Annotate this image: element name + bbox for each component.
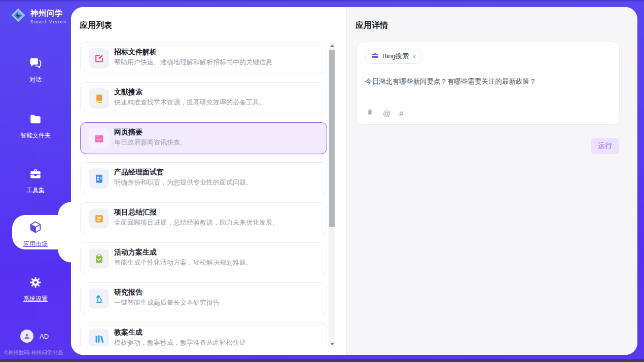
app-card[interactable]: 文献搜索 快速精准查找学术资源，提高研究效率的必备工具。 — [80, 82, 327, 114]
app-card-title: 教案生成 — [114, 328, 142, 337]
sidebar-item-label: 应用市场 — [0, 240, 71, 248]
sidebar-item-app-market[interactable]: 应用市场 — [0, 220, 71, 248]
cube-icon — [28, 227, 43, 236]
app-list-pane: 应用列表 招标文件解析 帮助用户快速、准确地理解和解析招标书中的关键信息 文献搜… — [71, 7, 346, 355]
scrollbar-thumb[interactable] — [329, 50, 335, 227]
app-card-title: 网页摘要 — [114, 128, 142, 137]
run-button[interactable]: 运行 — [591, 138, 619, 154]
sidebar-item-chat[interactable]: 对话 — [0, 57, 71, 84]
note-icon — [89, 208, 109, 229]
svg-text:</>: </> — [96, 138, 102, 141]
app-card[interactable]: 活动方案生成 智能生成个性化活动方案，轻松解决规划难题。 — [80, 242, 327, 274]
sidebar-item-tools[interactable]: 工具集 — [0, 167, 71, 195]
toolbox-icon — [29, 173, 42, 182]
app-card-desc: 一键智能生成高质量长文本研究报告 — [114, 298, 220, 307]
app-card-desc: 帮助用户快速、准确地理解和解析招标书中的关键信息 — [114, 58, 272, 67]
mention-icon[interactable]: @ — [383, 109, 390, 118]
sidebar: 神州问学 Smart Vision 对话 智能文件夹 工具 — [0, 0, 71, 362]
folder-icon — [29, 119, 42, 127]
app-card[interactable]: 研究报告 一键智能生成高质量长文本研究报告 — [80, 282, 327, 314]
app-card-title: 招标文件解析 — [114, 48, 157, 57]
book-icon — [89, 88, 109, 108]
copyright-text: ©神州数码·神州问学出品 — [4, 349, 63, 356]
app-list-title: 应用列表 — [80, 20, 112, 31]
web-code-icon: </> — [89, 128, 109, 149]
user-initials: AD — [40, 333, 49, 340]
app-card-desc: 每日政府新闻资讯快查。 — [114, 138, 187, 147]
briefcase-icon — [371, 52, 379, 61]
app-card[interactable]: 产品经理面试官 明确身份和职责，为您提供专业性的面试问题。 — [80, 162, 327, 194]
window-bottom-edge — [0, 359, 644, 362]
tool-tag-label: Bing搜索 — [382, 52, 409, 61]
app-card-desc: 模板驱动，教案秒成，教学准备从此轻松快捷 — [114, 338, 246, 346]
app-card[interactable]: 教案生成 模板驱动，教案秒成，教学准备从此轻松快捷 — [80, 322, 327, 346]
clipboard-check-icon — [89, 248, 109, 269]
microscope-icon — [89, 288, 109, 309]
gem-logo-icon — [10, 7, 26, 25]
list-scrollbar[interactable] — [329, 42, 335, 347]
close-icon[interactable]: × — [412, 53, 416, 60]
window-top-edge — [0, 0, 644, 2]
active-nav-notch-bottom — [58, 249, 71, 263]
app-card-desc: 智能生成个性化活动方案，轻松解决规划难题。 — [114, 258, 253, 267]
input-toolbar: @ # — [366, 108, 404, 119]
app-card-title: 项目总结汇报 — [114, 208, 157, 217]
tool-tag-bing-search[interactable]: Bing搜索 × — [365, 49, 422, 64]
edit-square-icon — [89, 48, 109, 68]
prompt-card: Bing搜索 × 今日湖北有哪些新闻要点？有哪些需要关注的最新政策？ @ # — [356, 42, 620, 125]
app-card[interactable]: 招标文件解析 帮助用户快速、准确地理解和解析招标书中的关键信息 — [80, 42, 327, 74]
user-avatar-icon — [20, 330, 33, 343]
triangle-up-icon — [330, 45, 334, 47]
topic-icon[interactable]: # — [399, 109, 403, 118]
sidebar-item-settings[interactable]: 系统设置 — [0, 276, 71, 303]
main-panel: 应用列表 招标文件解析 帮助用户快速、准确地理解和解析招标书中的关键信息 文献搜… — [71, 7, 637, 355]
app-detail-title: 应用详情 — [355, 20, 388, 31]
app-card-title: 产品经理面试官 — [114, 168, 164, 177]
chat-icon — [29, 63, 42, 71]
scroll-up-button[interactable] — [329, 42, 335, 49]
app-card-title: 文献搜索 — [114, 88, 142, 97]
app-card[interactable]: </> 网页摘要 每日政府新闻资讯快查。 — [80, 122, 327, 154]
sidebar-item-folders[interactable]: 智能文件夹 — [0, 113, 71, 140]
scroll-down-button[interactable] — [329, 340, 335, 347]
sidebar-item-label: 智能文件夹 — [0, 131, 71, 140]
app-card-desc: 快速精准查找学术资源，提高研究效率的必备工具。 — [114, 98, 266, 107]
app-card-desc: 明确身份和职责，为您提供专业性的面试问题。 — [114, 178, 253, 187]
sidebar-item-label: 系统设置 — [0, 295, 71, 303]
user-account[interactable]: AD — [20, 330, 49, 343]
sidebar-item-label: 对话 — [0, 76, 71, 84]
active-nav-notch-top — [58, 202, 71, 215]
books-icon — [89, 329, 109, 346]
app-card-desc: 全面回顾项目进展，总结经验教训，助力未来优化发展。 — [114, 218, 279, 227]
brand-tagline: Smart Vision — [30, 19, 67, 24]
brand-name: 神州问学 — [30, 9, 63, 17]
app-card[interactable]: 项目总结汇报 全面回顾项目进展，总结经验教训，助力未来优化发展。 — [80, 202, 327, 234]
paperclip-icon[interactable] — [366, 108, 374, 119]
query-text[interactable]: 今日湖北有哪些新闻要点？有哪些需要关注的最新政策？ — [365, 77, 611, 86]
gear-icon — [29, 282, 42, 291]
app-detail-pane: 应用详情 Bing搜索 × 今日湖北有哪些新闻要点？有哪些需要关注的最新政策？ — [346, 7, 637, 355]
interview-doc-icon — [89, 168, 109, 189]
app-card-title: 研究报告 — [114, 288, 142, 297]
brand-logo: 神州问学 Smart Vision — [10, 7, 67, 25]
triangle-down-icon — [330, 343, 334, 345]
app-card-title: 活动方案生成 — [114, 248, 157, 257]
app-card-list: 招标文件解析 帮助用户快速、准确地理解和解析招标书中的关键信息 文献搜索 快速精… — [80, 42, 327, 346]
sidebar-item-label: 工具集 — [0, 186, 71, 195]
